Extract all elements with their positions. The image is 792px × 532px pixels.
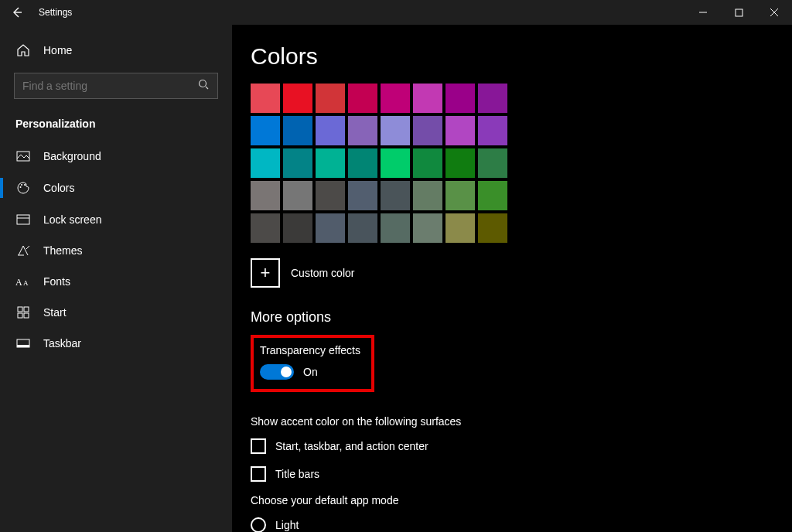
accent-surfaces-label: Show accent color on the following surfa… [251,415,792,428]
color-swatch[interactable] [316,213,345,243]
custom-color-label: Custom color [291,267,354,279]
search-input[interactable] [14,73,218,99]
color-swatch[interactable] [446,84,475,113]
color-swatch[interactable] [251,213,280,243]
page-title: Colors [251,43,792,70]
sidebar-item-start[interactable]: Start [0,297,232,328]
color-swatch[interactable] [251,148,280,178]
color-swatch[interactable] [381,213,410,243]
color-swatch[interactable] [478,181,507,210]
svg-rect-11 [18,313,22,318]
color-swatch[interactable] [348,84,377,113]
color-swatch[interactable] [446,116,475,145]
sidebar-item-colors[interactable]: Colors [0,172,232,204]
swatch-row [251,84,792,113]
color-swatch[interactable] [413,181,442,210]
window-title: Settings [39,7,72,18]
color-swatch[interactable] [413,116,442,145]
color-swatch[interactable] [283,213,312,243]
sidebar-item-themes[interactable]: Themes [0,235,232,266]
sidebar-item-background[interactable]: Background [0,141,232,172]
color-swatch[interactable] [348,213,377,243]
close-icon [770,8,779,17]
fonts-icon: AA [15,276,31,287]
sidebar-item-taskbar[interactable]: Taskbar [0,328,232,359]
accent-check-title-bars[interactable]: Title bars [251,466,792,482]
swatch-row [251,116,792,145]
app-mode-label: Choose your default app mode [251,494,792,506]
picture-icon [15,151,31,162]
color-swatch[interactable] [381,116,410,145]
checkbox-icon [251,466,266,482]
transparency-label: Transparency effects [260,344,360,356]
color-swatch[interactable] [381,181,410,210]
maximize-button[interactable] [721,0,756,25]
sidebar-item-lock-screen[interactable]: Lock screen [0,204,232,235]
color-swatch[interactable] [348,148,377,178]
svg-rect-12 [24,313,29,318]
themes-icon [15,244,31,257]
sidebar-home-label: Home [43,44,72,56]
app-mode-light[interactable]: Light [251,517,792,532]
checkbox-icon [251,438,266,454]
color-swatch[interactable] [446,181,475,210]
back-button[interactable] [0,0,34,25]
color-swatch[interactable] [478,84,507,113]
taskbar-icon [15,339,31,348]
color-swatch[interactable] [478,116,507,145]
color-swatch[interactable] [251,116,280,145]
color-swatch[interactable] [413,84,442,113]
color-swatch[interactable] [348,181,377,210]
accent-check-start-taskbar[interactable]: Start, taskbar, and action center [251,438,792,454]
color-swatch[interactable] [413,148,442,178]
color-swatch[interactable] [251,84,280,113]
check-label: Start, taskbar, and action center [275,440,428,452]
sidebar: Home Personalization Background Colors [0,25,232,532]
sidebar-item-label: Lock screen [43,213,101,226]
svg-point-3 [20,186,22,188]
color-swatch[interactable] [283,116,312,145]
toggle-knob [281,367,292,377]
home-icon [15,43,31,57]
minimize-button[interactable] [685,0,721,25]
transparency-toggle[interactable] [260,364,294,380]
svg-point-4 [21,184,22,186]
color-swatch[interactable] [283,84,312,113]
svg-rect-10 [24,307,29,312]
svg-rect-0 [736,9,742,16]
color-swatch[interactable] [413,213,442,243]
color-swatch[interactable] [283,181,312,210]
color-swatch[interactable] [348,116,377,145]
color-swatch[interactable] [446,213,475,243]
sidebar-item-label: Taskbar [43,337,81,350]
search-wrap [0,66,232,108]
color-swatch[interactable] [381,148,410,178]
color-swatch[interactable] [478,148,507,178]
color-swatch[interactable] [316,84,345,113]
svg-text:A: A [15,277,22,287]
svg-text:A: A [23,279,29,287]
more-options-heading: More options [251,309,792,326]
color-swatch[interactable] [381,84,410,113]
window-controls [685,0,792,25]
sidebar-item-label: Fonts [43,275,70,288]
color-swatch[interactable] [316,181,345,210]
sidebar-item-label: Background [43,150,101,162]
color-swatch[interactable] [446,148,475,178]
transparency-state: On [303,366,318,378]
lock-screen-icon [15,214,31,225]
radio-label: Light [275,519,299,531]
color-swatch[interactable] [316,148,345,178]
color-swatch[interactable] [283,148,312,178]
sidebar-home[interactable]: Home [0,34,232,66]
color-swatch[interactable] [251,181,280,210]
color-swatch[interactable] [316,116,345,145]
titlebar: Settings [0,0,792,25]
back-arrow-icon [11,6,23,19]
custom-color-button[interactable]: + Custom color [251,258,792,288]
swatch-row [251,148,792,178]
color-swatch[interactable] [478,213,507,243]
minimize-icon [698,8,708,17]
sidebar-item-fonts[interactable]: AA Fonts [0,266,232,297]
close-button[interactable] [756,0,792,25]
